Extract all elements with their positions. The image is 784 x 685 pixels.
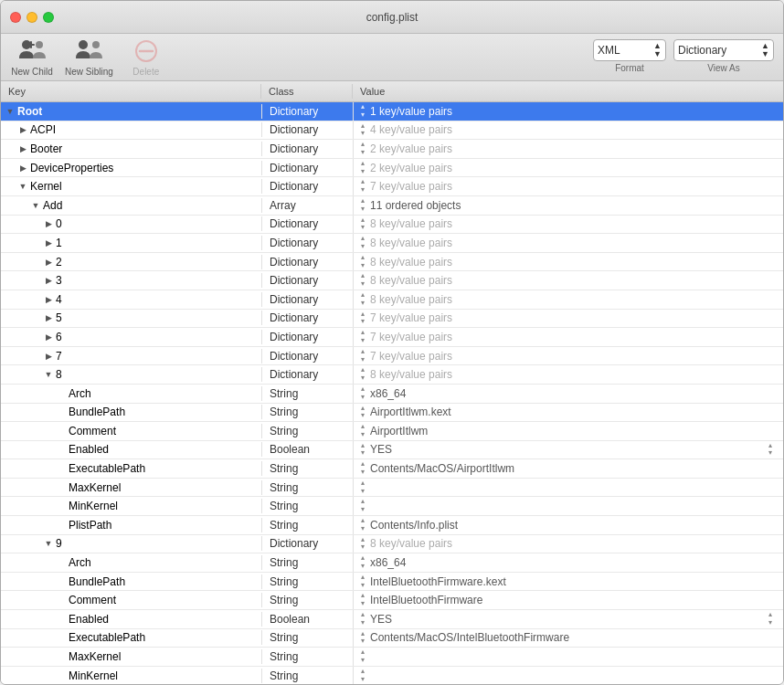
table-row[interactable]: ▼AddArray▴▾11 ordered objects (1, 196, 783, 216)
table-row[interactable]: ExecutablePathString▴▾Contents/MacOS/Air… (1, 459, 783, 479)
right-stepper[interactable]: ▴▾ (768, 611, 772, 627)
disclosure-triangle (56, 595, 67, 606)
table-row[interactable]: ▶0Dictionary▴▾8 key/value pairs (1, 216, 783, 235)
value-cell: ▴▾x86_64 (353, 385, 783, 403)
stepper[interactable]: ▴▾ (361, 517, 365, 533)
stepper[interactable]: ▴▾ (361, 235, 365, 251)
stepper[interactable]: ▴▾ (361, 160, 365, 176)
disclosure-triangle[interactable]: ▶ (17, 143, 28, 154)
close-button[interactable] (10, 12, 21, 23)
table-row[interactable]: BundlePathString▴▾IntelBluetoothFirmware… (1, 573, 783, 592)
stepper[interactable]: ▴▾ (361, 423, 365, 439)
table-row[interactable]: EnabledBoolean▴▾YES▴▾ (1, 441, 783, 460)
table-row[interactable]: ▶BooterDictionary▴▾2 key/value pairs (1, 140, 783, 159)
table-row[interactable]: ▶DevicePropertiesDictionary▴▾2 key/value… (1, 159, 783, 178)
value-cell: ▴▾11 ordered objects (353, 196, 783, 215)
table-row[interactable]: MaxKernelString▴▾ (1, 648, 783, 667)
class-cell: String (261, 593, 353, 607)
stepper[interactable]: ▴▾ (361, 405, 365, 421)
table-row[interactable]: ▶2Dictionary▴▾8 key/value pairs (1, 253, 783, 272)
table-row[interactable]: ArchString▴▾x86_64 (1, 553, 783, 573)
table-row[interactable]: ▼8Dictionary▴▾8 key/value pairs (1, 365, 783, 385)
new-sibling-button[interactable]: New Sibling (65, 38, 113, 77)
disclosure-triangle[interactable]: ▶ (43, 237, 54, 248)
new-child-button[interactable]: New Child (10, 38, 54, 77)
stepper[interactable]: ▴▾ (361, 385, 365, 402)
table-row[interactable]: MaxKernelString▴▾ (1, 479, 783, 498)
stepper[interactable]: ▴▾ (361, 197, 365, 214)
disclosure-triangle[interactable]: ▶ (43, 294, 54, 305)
stepper[interactable]: ▴▾ (361, 103, 365, 120)
value-text: Contents/Info.plist (370, 519, 458, 532)
table-row[interactable]: CommentString▴▾AirportItlwm (1, 422, 783, 441)
table-row[interactable]: ▶1Dictionary▴▾8 key/value pairs (1, 234, 783, 253)
table-row[interactable]: ExecutablePathString▴▾Contents/MacOS/Int… (1, 629, 783, 648)
stepper[interactable]: ▴▾ (361, 480, 365, 496)
key-label: MinKernel (69, 669, 118, 682)
table-row[interactable]: ▶5Dictionary▴▾7 key/value pairs (1, 310, 783, 329)
stepper[interactable]: ▴▾ (361, 668, 365, 684)
table-row[interactable]: ▶4Dictionary▴▾8 key/value pairs (1, 290, 783, 310)
stepper[interactable]: ▴▾ (361, 592, 365, 608)
disclosure-triangle[interactable]: ▼ (30, 200, 41, 211)
disclosure-triangle[interactable]: ▶ (43, 332, 54, 342)
disclosure-triangle[interactable]: ▼ (43, 538, 54, 549)
key-label: MaxKernel (69, 481, 121, 494)
disclosure-triangle[interactable]: ▶ (43, 257, 54, 268)
minimize-button[interactable] (26, 12, 37, 23)
stepper[interactable]: ▴▾ (361, 216, 365, 233)
table-row[interactable]: MinKernelString▴▾ (1, 667, 783, 684)
table-row[interactable]: ▼RootDictionary▴▾1 key/value pairs (1, 102, 783, 121)
stepper[interactable]: ▴▾ (361, 611, 365, 627)
disclosure-triangle[interactable]: ▶ (43, 218, 54, 229)
disclosure-triangle[interactable]: ▼ (5, 106, 16, 117)
delete-button[interactable]: Delete (124, 38, 168, 77)
disclosure-triangle[interactable]: ▼ (43, 369, 54, 380)
stepper[interactable]: ▴▾ (361, 291, 365, 308)
stepper[interactable]: ▴▾ (361, 272, 365, 289)
stepper[interactable]: ▴▾ (361, 574, 365, 590)
table-row[interactable]: PlistPathString▴▾Contents/Info.plist (1, 516, 783, 535)
stepper[interactable]: ▴▾ (361, 630, 365, 647)
table-row[interactable]: ▶7Dictionary▴▾7 key/value pairs (1, 347, 783, 366)
disclosure-triangle[interactable]: ▶ (17, 124, 28, 135)
table-row[interactable]: ▶6Dictionary▴▾7 key/value pairs (1, 328, 783, 347)
class-cell: String (261, 574, 353, 589)
stepper[interactable]: ▴▾ (361, 122, 365, 139)
content-area[interactable]: ▼RootDictionary▴▾1 key/value pairs▶ACPID… (1, 102, 783, 684)
stepper[interactable]: ▴▾ (361, 442, 365, 458)
format-select[interactable]: XML ▲▼ (593, 39, 666, 61)
table-row[interactable]: EnabledBoolean▴▾YES▴▾ (1, 610, 783, 629)
table-row[interactable]: ▶ACPIDictionary▴▾4 key/value pairs (1, 121, 783, 141)
stepper[interactable]: ▴▾ (361, 348, 365, 364)
table-row[interactable]: ▼KernelDictionary▴▾7 key/value pairs (1, 177, 783, 196)
table-row[interactable]: CommentString▴▾IntelBluetoothFirmware (1, 591, 783, 610)
table-row[interactable]: ▶3Dictionary▴▾8 key/value pairs (1, 271, 783, 290)
maximize-button[interactable] (43, 12, 54, 23)
stepper[interactable]: ▴▾ (361, 554, 365, 571)
view-as-select[interactable]: Dictionary ▲▼ (673, 39, 774, 61)
disclosure-triangle[interactable]: ▶ (43, 312, 54, 323)
disclosure-triangle[interactable]: ▶ (17, 163, 28, 174)
stepper[interactable]: ▴▾ (361, 329, 365, 345)
stepper[interactable]: ▴▾ (361, 178, 365, 195)
stepper[interactable]: ▴▾ (361, 536, 365, 553)
value-text: 8 key/value pairs (370, 237, 452, 249)
stepper[interactable]: ▴▾ (361, 460, 365, 477)
stepper[interactable]: ▴▾ (361, 141, 365, 157)
table-row[interactable]: ▼9Dictionary▴▾8 key/value pairs (1, 535, 783, 554)
disclosure-triangle[interactable]: ▼ (17, 181, 28, 192)
stepper[interactable]: ▴▾ (361, 254, 365, 270)
right-stepper[interactable]: ▴▾ (768, 442, 772, 458)
class-cell: Dictionary (261, 142, 353, 156)
table-row[interactable]: BundlePathString▴▾AirportItlwm.kext (1, 404, 783, 423)
disclosure-triangle[interactable]: ▶ (43, 351, 54, 362)
stepper[interactable]: ▴▾ (361, 366, 365, 383)
disclosure-triangle[interactable]: ▶ (43, 275, 54, 286)
stepper[interactable]: ▴▾ (361, 311, 365, 327)
table-row[interactable]: ArchString▴▾x86_64 (1, 385, 783, 404)
stepper[interactable]: ▴▾ (361, 498, 365, 514)
table-row[interactable]: MinKernelString▴▾ (1, 497, 783, 516)
class-cell: String (261, 480, 353, 495)
stepper[interactable]: ▴▾ (361, 648, 365, 665)
